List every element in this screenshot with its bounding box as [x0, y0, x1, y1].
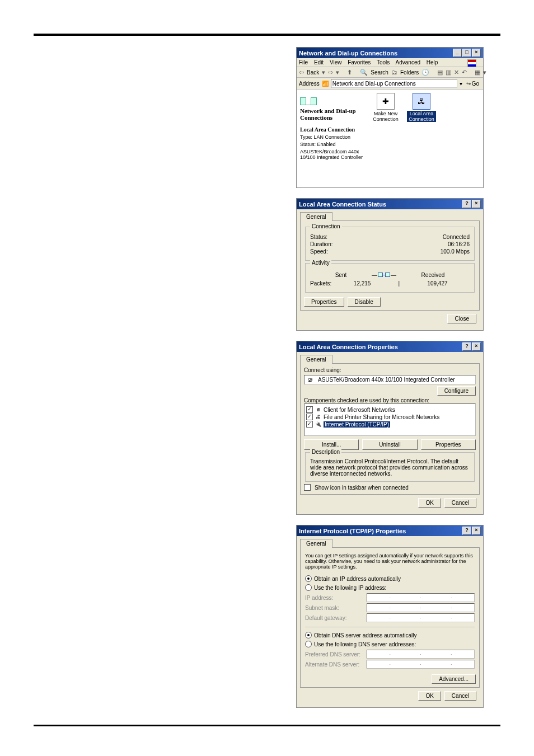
- search-icon[interactable]: 🔍: [360, 69, 368, 76]
- group-activity-legend: Activity: [310, 260, 331, 266]
- radio-use-dns[interactable]: Use the following DNS server addresses:: [305, 641, 416, 647]
- description-text: Transmission Control Protocol/Internet P…: [310, 458, 470, 477]
- cancel-button[interactable]: Cancel: [444, 498, 476, 508]
- radio-obtain-dns[interactable]: Obtain DNS server address automatically: [305, 632, 416, 638]
- address-input[interactable]: [331, 79, 457, 88]
- address-dropdown-icon[interactable]: ▾: [460, 81, 462, 87]
- folders-icon[interactable]: 🗂: [391, 69, 397, 76]
- make-new-connection-icon[interactable]: ✚ Make New Connection: [371, 93, 400, 122]
- help-button[interactable]: ?: [462, 200, 471, 208]
- status-label: Status:: [310, 234, 327, 240]
- ip-address-input[interactable]: ...: [367, 593, 475, 602]
- components-label: Components checked are used by this conn…: [304, 397, 476, 403]
- up-icon[interactable]: ⬆: [347, 69, 352, 76]
- description-legend: Description: [310, 449, 341, 455]
- history-icon[interactable]: 🕓: [421, 69, 429, 76]
- components-listbox[interactable]: ✓ 🖥 Client for Microsoft Networks ✓ 🖨 Fi…: [304, 403, 476, 436]
- top-rule: [34, 34, 500, 36]
- tab-general[interactable]: General: [300, 212, 332, 221]
- tcpip-title: Internet Protocol (TCP/IP) Properties: [299, 528, 406, 534]
- ok-button[interactable]: OK: [418, 691, 441, 701]
- search-label[interactable]: Search: [371, 69, 388, 76]
- list-item: ✓ 🖨 File and Printer Sharing for Microso…: [306, 414, 474, 420]
- uninstall-button[interactable]: Uninstall: [362, 439, 417, 450]
- menu-edit[interactable]: Edit: [314, 59, 324, 65]
- copy-to-icon[interactable]: ▥: [446, 69, 451, 76]
- alternate-dns-input[interactable]: ...: [367, 660, 475, 669]
- configure-button[interactable]: Configure: [437, 386, 476, 396]
- back-icon[interactable]: ⇦: [299, 69, 304, 76]
- duration-label: Duration:: [310, 241, 333, 247]
- maximize-button[interactable]: □: [462, 49, 471, 57]
- group-connection-legend: Connection: [310, 223, 342, 229]
- preferred-dns-input[interactable]: ...: [367, 650, 475, 659]
- service-icon: 🖨: [315, 414, 322, 420]
- folders-label[interactable]: Folders: [400, 69, 419, 76]
- views-icon[interactable]: ▦: [475, 69, 480, 76]
- local-area-connection-label: Local Area Connection: [407, 111, 436, 122]
- menu-advanced[interactable]: Advanced: [396, 59, 420, 65]
- component-label: Internet Protocol (TCP/IP): [324, 421, 390, 428]
- sent-label: Sent: [335, 272, 347, 278]
- checkbox-checked-icon[interactable]: ✓: [306, 414, 313, 420]
- menu-tools[interactable]: Tools: [377, 59, 390, 65]
- default-gateway-input[interactable]: ...: [367, 613, 475, 622]
- bottom-rule: [34, 725, 500, 726]
- radio-use-ip[interactable]: Use the following IP address:: [305, 584, 386, 591]
- ok-button[interactable]: OK: [418, 498, 441, 508]
- properties-button[interactable]: Properties: [421, 439, 476, 450]
- explorer-titlebar: Network and Dial-up Connections _ □ ×: [297, 48, 483, 58]
- properties-window: Local Area Connection Properties ? × Gen…: [296, 341, 484, 515]
- menu-view[interactable]: View: [330, 59, 342, 65]
- properties-titlebar: Local Area Connection Properties ? ×: [297, 341, 483, 352]
- delete-icon[interactable]: ✕: [454, 69, 459, 76]
- close-button[interactable]: ×: [472, 527, 481, 535]
- radio-obtain-ip[interactable]: Obtain an IP address automatically: [305, 575, 401, 582]
- component-label: Client for Microsoft Networks: [324, 407, 395, 413]
- menu-help[interactable]: Help: [427, 59, 438, 65]
- address-label: Address: [299, 81, 320, 87]
- help-button[interactable]: ?: [462, 342, 471, 351]
- close-button[interactable]: ×: [472, 200, 481, 208]
- tcpip-window: Internet Protocol (TCP/IP) Properties ? …: [296, 525, 484, 708]
- advanced-button[interactable]: Advanced...: [432, 674, 476, 684]
- address-bar: Address 📶 ▾ ↪ Go: [297, 78, 483, 90]
- close-button[interactable]: Close: [447, 314, 476, 323]
- adapter-value: ASUSTeK/Broadcom 440x 10/100 Integrated …: [318, 377, 455, 383]
- tab-general[interactable]: General: [300, 355, 332, 364]
- cancel-button[interactable]: Cancel: [444, 691, 476, 701]
- local-area-connection-icon[interactable]: 🖧 Local Area Connection: [407, 93, 436, 122]
- move-to-icon[interactable]: ▤: [437, 69, 443, 76]
- subnet-mask-input[interactable]: ...: [367, 603, 475, 612]
- menu-favorites[interactable]: Favorites: [348, 59, 371, 65]
- checkbox-unchecked-icon[interactable]: [304, 484, 311, 491]
- properties-button[interactable]: Properties: [304, 297, 344, 307]
- default-gateway-label: Default gateway:: [305, 615, 367, 621]
- speed-label: Speed:: [310, 248, 328, 255]
- close-button[interactable]: ×: [472, 49, 481, 57]
- go-button[interactable]: ↪ Go: [465, 81, 481, 87]
- make-new-connection-label: Make New Connection: [371, 111, 400, 122]
- address-icon: 📶: [322, 81, 329, 87]
- disable-button[interactable]: Disable: [348, 297, 381, 307]
- menu-bar: File Edit View Favorites Tools Advanced …: [297, 58, 483, 67]
- status-value: Connected: [443, 234, 470, 240]
- undo-icon[interactable]: ↶: [462, 69, 467, 76]
- back-label[interactable]: Back: [307, 69, 319, 76]
- checkbox-checked-icon[interactable]: ✓: [306, 421, 313, 428]
- nic-icon: 🖳: [307, 377, 314, 383]
- tab-general[interactable]: General: [300, 539, 332, 548]
- explorer-window: Network and Dial-up Connections _ □ × Fi…: [296, 47, 484, 188]
- minimize-button[interactable]: _: [453, 49, 462, 57]
- close-button[interactable]: ×: [472, 342, 481, 351]
- ip-address-label: IP address:: [305, 595, 367, 601]
- help-button[interactable]: ?: [462, 527, 471, 535]
- go-icon: ↪: [466, 81, 471, 87]
- menu-file[interactable]: File: [299, 59, 308, 65]
- network-header-icon: [300, 92, 317, 105]
- checkbox-checked-icon[interactable]: ✓: [306, 406, 313, 413]
- duration-value: 06:16:26: [448, 241, 470, 247]
- show-icon-label: Show icon in taskbar when connected: [315, 485, 409, 491]
- leftpane-status: Status: Enabled: [300, 142, 364, 147]
- forward-icon[interactable]: ⇨: [328, 69, 333, 76]
